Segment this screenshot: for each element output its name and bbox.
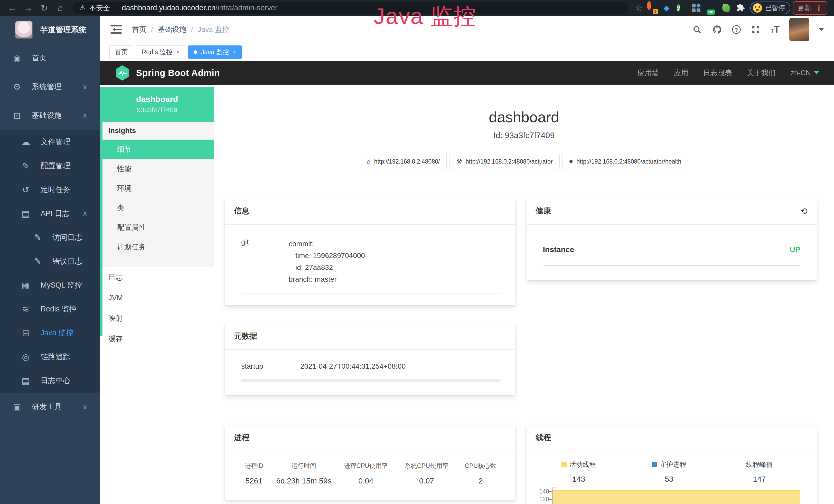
sidebar-item-config[interactable]: ✎ 配置管理	[0, 154, 100, 178]
sidebar-item-java[interactable]: ⊟ Java 监控	[0, 321, 100, 345]
extensions-puzzle-icon[interactable]	[737, 3, 746, 13]
sba-item-classes[interactable]: 类	[100, 198, 214, 218]
sba-logo-icon	[115, 65, 129, 81]
link-actuator-url[interactable]: ⚒ http://192.168.0.2:48080/actuator	[449, 154, 559, 169]
sidebar-item-api-log[interactable]: ▤ API 日志 ∧	[0, 202, 100, 225]
bookmark-star-icon[interactable]: ☆	[635, 3, 642, 13]
sidebar-item-infra[interactable]: ⊡ 基础设施 ∧	[0, 101, 100, 130]
close-icon[interactable]: ×	[176, 48, 180, 56]
fullscreen-icon[interactable]	[750, 24, 761, 35]
sidebar-item-mysql[interactable]: ▦ MySQL 监控	[0, 273, 100, 297]
wrench-icon: ⚒	[456, 158, 462, 165]
sidebar-item-log-center[interactable]: ▤ 日志中心	[0, 369, 100, 393]
sidebar-item-dev-tools[interactable]: ▣ 研发工具 ∨	[0, 393, 100, 421]
home-icon[interactable]: ⌂	[53, 3, 67, 13]
breadcrumb-current: Java 监控	[198, 25, 229, 35]
history-icon[interactable]: ⟲	[800, 206, 808, 216]
tab-home[interactable]: 首页	[109, 45, 133, 59]
extension-fehelper-icon[interactable]: 1	[647, 3, 656, 13]
sba-nav-applications[interactable]: 应用	[674, 68, 688, 78]
card-metadata-title: 元数据	[234, 331, 257, 342]
process-table-values: 5261 6d 23h 15m 59s 0.04 0.07 2	[235, 477, 505, 485]
sba-item-configprops[interactable]: 配置属性	[100, 218, 214, 237]
security-label[interactable]: 不安全	[89, 3, 110, 13]
extension-paused-badge[interactable]: 已暂停	[750, 2, 790, 15]
status-badge: UP	[790, 245, 800, 254]
extension-grid-icon[interactable]	[692, 3, 701, 13]
threads-chart: 140 120 100	[534, 487, 805, 504]
sidebar-item-job[interactable]: ↺ 定时任务	[0, 178, 100, 202]
close-icon[interactable]: ×	[233, 48, 236, 56]
divider	[543, 265, 800, 266]
sba-item-mappings[interactable]: 映射	[100, 308, 214, 329]
sidebar-item-error-log[interactable]: ✎ 错误日志	[0, 249, 100, 273]
edit-icon: ✎	[20, 161, 31, 171]
sidebar-item-redis[interactable]: ≋ Redis 监控	[0, 297, 100, 321]
card-process: 进程 进程ID 运行时间 进程CPU使用率 系统CPU使用率 CPU核心数 52…	[225, 425, 515, 500]
back-icon[interactable]: ←	[6, 3, 19, 13]
browser-update-button[interactable]: 更新 ⋮	[793, 1, 827, 15]
sba-nav-wallboard[interactable]: 应用墙	[637, 68, 659, 78]
chevron-up-icon: ∧	[83, 112, 87, 120]
font-size-icon[interactable]: TT	[771, 24, 780, 35]
app-title: 芋道管理系统	[40, 25, 86, 35]
monitor-icon: ⊡	[11, 110, 23, 121]
card-threads-title: 线程	[536, 432, 551, 443]
sba-sidebar: dashboard 93a3fc7f7409 Insights 细节 性能 环境…	[100, 85, 214, 504]
instance-id: 93a3fc7f7409	[137, 106, 177, 114]
sba-item-jvm[interactable]: JVM	[100, 288, 214, 308]
app-logo-row[interactable]: 芋道管理系统	[0, 16, 100, 44]
extension-pin-icon[interactable]: ◆	[662, 3, 671, 13]
tab-java[interactable]: Java 监控 ×	[188, 45, 242, 59]
sidebar-item-file[interactable]: ☁ 文件管理	[0, 130, 100, 154]
extension-leaf-icon[interactable]	[722, 3, 731, 13]
sba-item-metrics[interactable]: 性能	[100, 159, 214, 179]
forward-icon[interactable]: →	[22, 3, 35, 13]
info-git-value: commit: time: 1596289704000 id: 27aa832 …	[289, 238, 365, 285]
breadcrumb-home[interactable]: 首页	[132, 25, 147, 35]
card-health: 健康 ⟲ Instance UP	[527, 198, 817, 280]
browser-menu-icon[interactable]: ⋮	[815, 3, 823, 12]
extension-green-icon[interactable]: y	[677, 3, 686, 13]
java-monitor-icon: ⊟	[20, 328, 31, 338]
sba-item-scheduled[interactable]: 计划任务	[100, 237, 214, 257]
tab-redis[interactable]: Redis 监控 ×	[136, 45, 185, 59]
instance-header[interactable]: dashboard 93a3fc7f7409	[100, 87, 214, 122]
sidebar-item-system[interactable]: ⚙ 系统管理 ∨	[0, 72, 100, 101]
avatar-caret-icon[interactable]	[819, 28, 824, 33]
hamburger-icon[interactable]	[110, 25, 122, 34]
sba-brand[interactable]: Spring Boot Admin	[115, 65, 220, 81]
divider	[115, 5, 116, 11]
log-icon: ▤	[20, 208, 31, 219]
link-service-url[interactable]: ⌂ http://192.168.0.2:48080/	[360, 154, 447, 169]
github-icon[interactable]	[712, 24, 722, 35]
breadcrumb-parent[interactable]: 基础设施	[158, 25, 186, 35]
database-icon: ▦	[20, 280, 31, 290]
link-health-url[interactable]: ♥ http://192.168.0.2:48080/actuator/heal…	[562, 154, 688, 169]
sba-nav-journal[interactable]: 日志报表	[703, 68, 732, 78]
reload-icon[interactable]: ↻	[38, 3, 51, 13]
sba-item-caches[interactable]: 缓存	[100, 329, 214, 349]
sba-item-logfile[interactable]: 日志	[100, 267, 214, 288]
search-icon[interactable]	[692, 24, 702, 35]
sba-locale-select[interactable]: zh-CN	[791, 69, 819, 77]
help-icon[interactable]: ?	[732, 25, 741, 34]
url-text[interactable]: dashboard.yudao.iocoder.cn/infra/admin-s…	[122, 4, 278, 12]
sba-item-env[interactable]: 环境	[100, 179, 214, 198]
extension-proxy-icon[interactable]: on	[707, 3, 716, 13]
user-avatar[interactable]	[789, 18, 809, 41]
address-bar[interactable]: ⚠ 不安全 dashboard.yudao.iocoder.cn/infra/a…	[73, 2, 629, 14]
cloud-upload-icon: ☁	[20, 137, 31, 147]
metadata-startup-value: 2021-04-27T00:44:31.254+08:00	[300, 362, 405, 370]
card-info-title: 信息	[234, 206, 249, 216]
chevron-down-icon: ∨	[83, 403, 87, 411]
chevron-up-icon: ∧	[83, 209, 87, 217]
sba-item-details[interactable]: 细节	[100, 140, 214, 159]
sba-nav-about[interactable]: 关于我们	[747, 68, 776, 78]
warning-icon: ⚠	[80, 4, 86, 12]
card-health-title: 健康	[536, 206, 551, 216]
sidebar-item-trace[interactable]: ◎ 链路追踪	[0, 345, 100, 369]
sidebar-item-access-log[interactable]: ✎ 访问日志	[0, 225, 100, 249]
app-menu: ◉ 首页 ⚙ 系统管理 ∨ ⊡ 基础设施 ∧ ☁ 文件管理 ✎ 配置管	[0, 44, 100, 421]
sidebar-item-home[interactable]: ◉ 首页	[0, 44, 100, 72]
